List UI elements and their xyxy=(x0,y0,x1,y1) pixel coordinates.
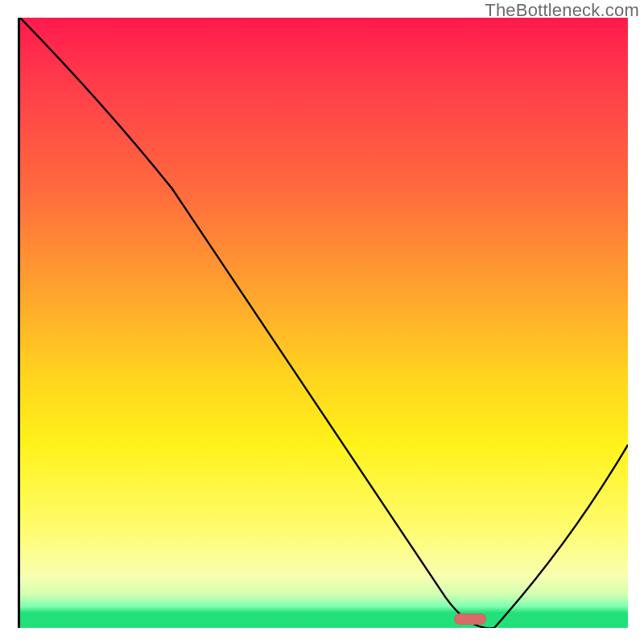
bottleneck-curve-path xyxy=(20,18,628,628)
plot-area xyxy=(20,18,628,628)
bottleneck-curve xyxy=(20,18,628,628)
optimal-marker-icon xyxy=(454,613,486,625)
chart-stage: TheBottleneck.com xyxy=(0,0,644,644)
